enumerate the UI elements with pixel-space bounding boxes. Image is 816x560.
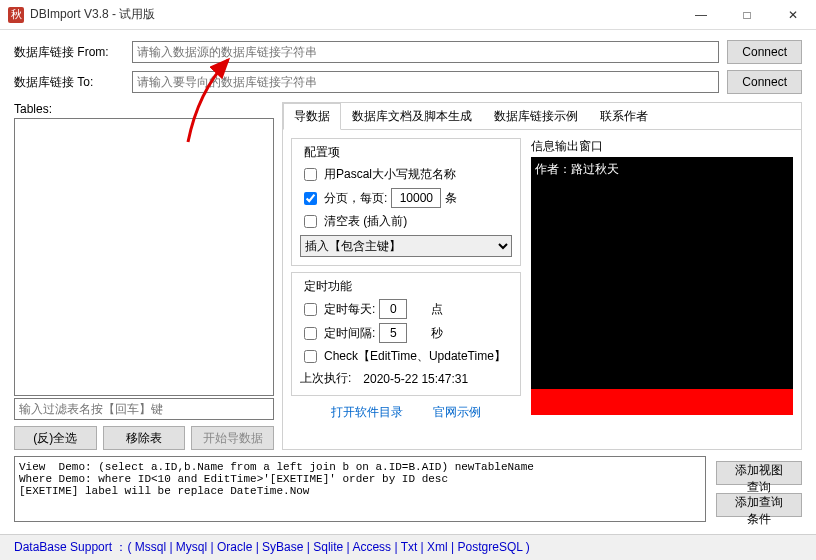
conn-from-input[interactable] (132, 41, 719, 63)
truncate-checkbox[interactable] (304, 215, 317, 228)
official-link[interactable]: 官网示例 (433, 404, 481, 421)
info-author: 作者：路过秋天 (535, 162, 619, 176)
tab-contact[interactable]: 联系作者 (589, 103, 659, 130)
pascal-label: 用Pascal大小写规范名称 (324, 166, 456, 183)
paging-label: 分页，每页: (324, 190, 387, 207)
tab-docs[interactable]: 数据库文档及脚本生成 (341, 103, 483, 130)
window-title: DBImport V3.8 - 试用版 (30, 6, 155, 23)
close-button[interactable]: ✕ (770, 0, 816, 30)
minimize-button[interactable]: — (678, 0, 724, 30)
interval-suffix: 秒 (431, 325, 443, 342)
paging-checkbox[interactable] (304, 192, 317, 205)
last-run-label: 上次执行: (300, 370, 351, 387)
conn-from-label: 数据库链接 From: (14, 44, 124, 61)
remove-table-button[interactable]: 移除表 (103, 426, 186, 450)
footer-status: DataBase Support ：( Mssql | Mysql | Orac… (0, 534, 816, 560)
paging-input[interactable] (391, 188, 441, 208)
pascal-checkbox[interactable] (304, 168, 317, 181)
daily-checkbox[interactable] (304, 303, 317, 316)
tables-filter-input[interactable] (14, 398, 274, 420)
connect-to-button[interactable]: Connect (727, 70, 802, 94)
app-icon: 秋 (8, 7, 24, 23)
maximize-button[interactable]: □ (724, 0, 770, 30)
daily-input[interactable] (379, 299, 407, 319)
add-cond-button[interactable]: 添加查询条件 (716, 493, 802, 517)
open-dir-link[interactable]: 打开软件目录 (331, 404, 403, 421)
info-progress-bar (531, 389, 793, 415)
tab-examples[interactable]: 数据库链接示例 (483, 103, 589, 130)
interval-label: 定时间隔: (324, 325, 375, 342)
paging-suffix: 条 (445, 190, 457, 207)
demo-textbox[interactable]: View Demo: (select a.ID,b.Name from a le… (14, 456, 706, 522)
checktime-checkbox[interactable] (304, 350, 317, 363)
truncate-label: 清空表 (插入前) (324, 213, 407, 230)
select-all-button[interactable]: (反)全选 (14, 426, 97, 450)
daily-label: 定时每天: (324, 301, 375, 318)
config-group-title: 配置项 (300, 144, 344, 161)
add-view-button[interactable]: 添加视图查询 (716, 461, 802, 485)
last-run-value: 2020-5-22 15:47:31 (363, 372, 468, 386)
timer-group-title: 定时功能 (300, 278, 356, 295)
info-output: 作者：路过秋天 (531, 157, 793, 389)
tab-import[interactable]: 导数据 (283, 103, 341, 130)
info-title: 信息输出窗口 (531, 138, 793, 155)
checktime-label: Check【EditTime、UpdateTime】 (324, 348, 506, 365)
tables-label: Tables: (14, 102, 274, 116)
connect-from-button[interactable]: Connect (727, 40, 802, 64)
titlebar: 秋 DBImport V3.8 - 试用版 — □ ✕ (0, 0, 816, 30)
conn-to-input[interactable] (132, 71, 719, 93)
conn-to-label: 数据库链接 To: (14, 74, 124, 91)
start-import-button[interactable]: 开始导数据 (191, 426, 274, 450)
daily-suffix: 点 (431, 301, 443, 318)
interval-checkbox[interactable] (304, 327, 317, 340)
insert-mode-select[interactable]: 插入【包含主键】 (300, 235, 512, 257)
interval-input[interactable] (379, 323, 407, 343)
tables-listbox[interactable] (14, 118, 274, 396)
tabs: 导数据 数据库文档及脚本生成 数据库链接示例 联系作者 (283, 103, 801, 130)
